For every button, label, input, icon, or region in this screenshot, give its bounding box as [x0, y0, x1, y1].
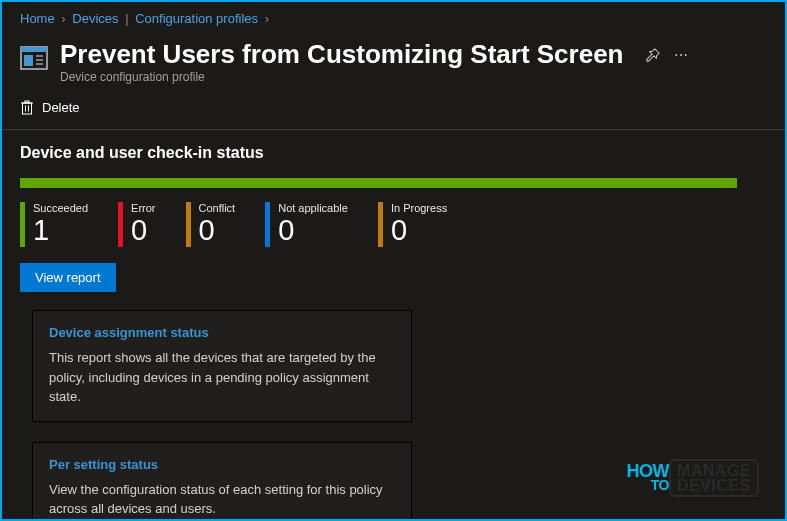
trash-icon — [20, 100, 34, 115]
delete-label: Delete — [42, 100, 80, 115]
chevron-right-icon: › — [61, 11, 65, 26]
status-progress-bar — [20, 178, 737, 188]
breadcrumb-home[interactable]: Home — [20, 11, 55, 26]
delete-button[interactable]: Delete — [20, 100, 80, 115]
card-description: This report shows all the devices that a… — [49, 348, 395, 407]
card-device-assignment-status[interactable]: Device assignment status This report sho… — [32, 310, 412, 422]
toolbar: Delete — [2, 90, 785, 130]
stat-value: 0 — [131, 215, 155, 247]
svg-rect-8 — [25, 101, 29, 103]
stat-color-bar — [118, 202, 123, 247]
stat-value: 0 — [391, 215, 447, 247]
card-title: Per setting status — [49, 457, 395, 472]
breadcrumb-devices[interactable]: Devices — [72, 11, 118, 26]
stat-conflict[interactable]: Conflict 0 — [186, 202, 236, 247]
card-title: Device assignment status — [49, 325, 395, 340]
stat-not-applicable[interactable]: Not applicable 0 — [265, 202, 348, 247]
stat-error[interactable]: Error 0 — [118, 202, 155, 247]
page-title: Prevent Users from Customizing Start Scr… — [60, 39, 624, 70]
stat-color-bar — [378, 202, 383, 247]
pin-icon[interactable] — [646, 48, 660, 62]
stats-row: Succeeded 1 Error 0 Conflict 0 Not appli… — [2, 202, 785, 247]
page-header: Prevent Users from Customizing Start Scr… — [2, 31, 785, 90]
section-title: Device and user check-in status — [2, 130, 785, 172]
breadcrumb: Home › Devices | Configuration profiles … — [2, 2, 785, 31]
view-report-button[interactable]: View report — [20, 263, 116, 292]
more-icon[interactable]: ⋯ — [674, 47, 688, 63]
svg-rect-1 — [21, 47, 47, 52]
stat-succeeded[interactable]: Succeeded 1 — [20, 202, 88, 247]
svg-rect-2 — [24, 55, 33, 66]
breadcrumb-config-profiles[interactable]: Configuration profiles — [135, 11, 258, 26]
stat-value: 0 — [278, 215, 348, 247]
svg-rect-6 — [23, 103, 32, 114]
stat-color-bar — [265, 202, 270, 247]
page-subtitle: Device configuration profile — [60, 70, 624, 84]
card-per-setting-status[interactable]: Per setting status View the configuratio… — [32, 442, 412, 521]
card-description: View the configuration status of each se… — [49, 480, 395, 519]
chevron-right-icon: › — [265, 11, 269, 26]
stat-in-progress[interactable]: In Progress 0 — [378, 202, 447, 247]
stat-color-bar — [186, 202, 191, 247]
stat-value: 0 — [199, 215, 236, 247]
stat-value: 1 — [33, 215, 88, 247]
profile-icon — [20, 44, 48, 70]
stat-color-bar — [20, 202, 25, 247]
watermark-logo: HOW TO MANAGE DEVICES — [626, 459, 759, 497]
pipe-separator: | — [125, 11, 128, 26]
